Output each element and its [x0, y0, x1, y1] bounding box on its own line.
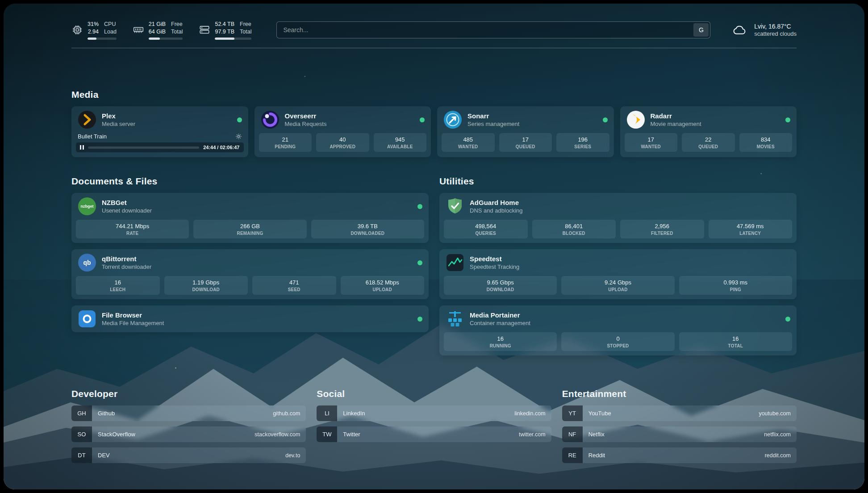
service-name: Speedtest	[470, 255, 519, 263]
svg-text:qb: qb	[83, 259, 91, 266]
service-link-sonarr[interactable]: Sonarr Series management	[437, 106, 614, 133]
cpu-progress-bar	[88, 38, 117, 40]
section-media: Media Plex Media server	[71, 89, 797, 157]
stat-upload: 9.24 GbpsUPLOAD	[561, 276, 674, 295]
bookmark-linkedin[interactable]: LI LinkedIn linkedin.com	[317, 405, 551, 421]
playback-time: 24:44 / 02:06:47	[203, 145, 239, 150]
service-link-plex[interactable]: Plex Media server	[71, 106, 248, 133]
stat-pending: 21PENDING	[259, 133, 312, 152]
bookmark-name: Reddit	[583, 452, 605, 459]
disk-total-label: Total	[240, 28, 251, 36]
portainer-icon	[446, 309, 464, 328]
service-link-nzbget[interactable]: nzbget NZBGet Usenet downloader	[71, 193, 429, 220]
cpu-load-value: 2.94	[88, 28, 99, 36]
stat-filtered: 2,956FILTERED	[620, 220, 704, 238]
playback-track[interactable]	[88, 146, 199, 149]
service-link-adguard[interactable]: AdGuard Home DNS and adblocking	[439, 193, 797, 220]
now-playing-title: Bullet Train	[78, 133, 107, 140]
service-subtitle: Container management	[470, 320, 530, 326]
search-input[interactable]	[277, 26, 693, 33]
stat-wanted: 17WANTED	[625, 133, 678, 152]
sonarr-icon	[443, 110, 462, 129]
section-utilities: Utilities AdGuard Home DNS and adblockin…	[439, 176, 797, 355]
bookmark-abbr: YT	[562, 405, 583, 421]
disk-progress-bar	[215, 38, 251, 40]
plex-icon	[78, 110, 96, 129]
stat-download: 1.19 GbpsDOWNLOAD	[164, 276, 248, 295]
service-link-qbittorrent[interactable]: qb qBittorrent Torrent downloader	[71, 249, 429, 276]
entertainment-section-title: Entertainment	[562, 389, 797, 399]
status-dot	[603, 117, 608, 122]
disk-total-value: 97.9 TB	[215, 28, 234, 36]
documents-section-title: Documents & Files	[71, 176, 429, 187]
service-link-filebrowser[interactable]: File Browser Media File Management	[71, 305, 429, 332]
disk-free-value: 52.4 TB	[215, 21, 234, 28]
service-name: NZBGet	[102, 199, 152, 207]
settings-gear-icon[interactable]	[235, 133, 242, 140]
service-subtitle: Series management	[467, 121, 519, 127]
service-name: AdGuard Home	[470, 199, 523, 207]
service-name: Media Portainer	[470, 311, 530, 319]
stat-running: 16RUNNING	[444, 332, 557, 351]
service-card-plex: Plex Media server Bullet Train	[71, 106, 248, 157]
bookmark-netflix[interactable]: NF Netflix netflix.com	[562, 426, 797, 442]
service-card-sonarr: Sonarr Series management 485WANTED 17QUE…	[437, 106, 614, 157]
status-dot	[237, 117, 242, 122]
status-dot	[417, 260, 422, 265]
filebrowser-icon	[78, 309, 96, 328]
status-dot	[785, 317, 790, 322]
stat-remaining: 266 GBREMAINING	[193, 220, 306, 238]
cpu-progress-fill	[88, 38, 96, 40]
stat-queued: 22QUEUED	[682, 133, 735, 152]
stat-upload: 618.52 MbpsUPLOAD	[341, 276, 425, 295]
media-section-title: Media	[71, 89, 797, 100]
service-name: qBittorrent	[102, 255, 151, 263]
bookmark-group-developer: Developer GH Github github.com SO StackO…	[71, 389, 306, 468]
search-provider-button[interactable]: G	[693, 23, 709, 37]
bookmark-name: YouTube	[583, 410, 611, 417]
playback-progress-bar: 24:44 / 02:06:47	[76, 142, 244, 152]
service-subtitle: Media Requests	[285, 121, 327, 127]
bookmark-url: github.com	[273, 410, 306, 417]
section-documents: Documents & Files nzbget NZBGet Usenet d…	[71, 176, 429, 355]
disk-server-icon	[199, 24, 210, 36]
pause-icon[interactable]	[80, 145, 84, 150]
stat-approved: 40APPROVED	[316, 133, 369, 152]
stat-downloaded: 39.6 TBDOWNLOADED	[311, 220, 424, 238]
bookmark-abbr: GH	[71, 405, 92, 421]
bookmark-name: Netflix	[583, 431, 605, 438]
bookmark-youtube[interactable]: YT YouTube youtube.com	[562, 405, 797, 421]
bookmark-reddit[interactable]: RE Reddit reddit.com	[562, 447, 797, 463]
bookmark-github[interactable]: GH Github github.com	[71, 405, 306, 421]
status-dot	[417, 204, 422, 209]
service-link-portainer[interactable]: Media Portainer Container management	[439, 305, 797, 332]
bookmark-abbr: DT	[71, 447, 92, 463]
stat-movies: 834MOVIES	[739, 133, 793, 152]
disk-widget: 52.4 TB Free 97.9 TB Total	[199, 21, 251, 40]
speedtest-icon	[446, 253, 464, 272]
service-link-speedtest[interactable]: Speedtest Speedtest Tracking	[439, 249, 797, 276]
service-link-overseerr[interactable]: Overseerr Media Requests	[255, 106, 431, 133]
stat-total: 16TOTAL	[679, 332, 792, 351]
dashboard-screen: 31% CPU 2.94 Load 21 GiB	[4, 4, 864, 489]
service-name: Sonarr	[467, 112, 519, 120]
bookmark-twitter[interactable]: TW Twitter twitter.com	[317, 426, 551, 442]
memory-free-label: Free	[171, 21, 183, 28]
service-link-radarr[interactable]: Radarr Movie management	[620, 106, 797, 133]
stat-series: 196SERIES	[556, 133, 609, 152]
bookmark-abbr: TW	[317, 426, 337, 442]
resource-widgets: 31% CPU 2.94 Load 21 GiB	[71, 21, 251, 40]
memory-widget: 21 GiB Free 64 GiB Total	[133, 21, 183, 40]
memory-total-label: Total	[171, 28, 183, 36]
disk-free-label: Free	[240, 21, 251, 28]
bookmark-dev[interactable]: DT DEV dev.to	[71, 447, 306, 463]
service-card-speedtest: Speedtest Speedtest Tracking 9.65 GbpsDO…	[439, 249, 797, 299]
service-name: Plex	[102, 112, 135, 120]
disk-progress-fill	[215, 38, 234, 40]
bookmark-name: Github	[92, 410, 115, 417]
cpu-chip-icon	[71, 24, 83, 36]
bookmark-url: netflix.com	[764, 431, 797, 438]
cpu-label: CPU	[104, 21, 117, 28]
service-card-radarr: Radarr Movie management 17WANTED 22QUEUE…	[620, 106, 797, 157]
bookmark-stackoverflow[interactable]: SO StackOverflow stackoverflow.com	[71, 426, 306, 442]
